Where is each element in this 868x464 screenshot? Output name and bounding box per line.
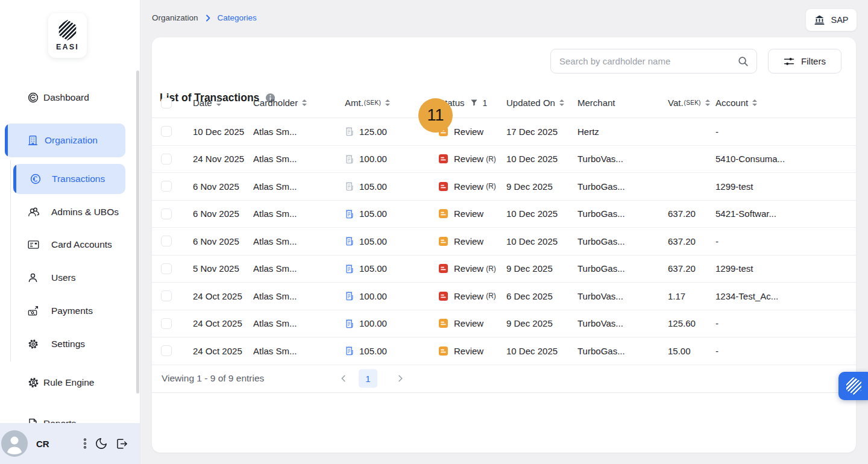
table-row[interactable]: 24 Oct 2025 Atlas Sm... 100.00 Review (R…	[152, 283, 856, 310]
cell-amount: 105.00	[345, 236, 439, 246]
sidebar-item-users[interactable]: Users	[0, 269, 140, 287]
breadcrumb-section[interactable]: Organization	[152, 13, 198, 22]
sidebar-scrollbar[interactable]	[136, 71, 139, 393]
sort-icon[interactable]	[216, 99, 221, 106]
cell-vat: 637.20	[668, 263, 715, 274]
cell-account: -	[715, 127, 856, 137]
sidebar-item-dashboard[interactable]: Dashboard	[0, 89, 140, 107]
table-row[interactable]: 6 Nov 2025 Atlas Sm... 105.00 Review 10 …	[152, 228, 856, 256]
column-header-cardholder[interactable]: Cardholder	[253, 98, 345, 108]
row-checkbox[interactable]	[161, 318, 172, 329]
sidebar-item-payments[interactable]: Payments	[0, 302, 140, 320]
rule-engine-gear-person-icon	[28, 377, 39, 389]
sort-icon[interactable]	[559, 99, 564, 106]
column-header-account[interactable]: Account	[715, 98, 856, 108]
sort-icon[interactable]	[752, 99, 757, 106]
cell-account: 1299-test	[715, 181, 856, 192]
pagination-prev-icon[interactable]	[339, 374, 348, 383]
filter-funnel-icon[interactable]	[470, 99, 478, 107]
search-box	[550, 49, 757, 74]
column-header-date[interactable]: Date	[193, 98, 253, 108]
cell-account: 5421-Softwar...	[715, 208, 856, 219]
floating-widget-button[interactable]	[838, 372, 868, 400]
cell-date: 10 Dec 2025	[193, 127, 253, 137]
sidebar-item-settings[interactable]: Settings	[0, 335, 140, 353]
table-row[interactable]: 5 Nov 2025 Atlas Sm... 105.00 Review (R)…	[152, 256, 856, 283]
column-header-vat[interactable]: Vat.(SEK)	[668, 98, 715, 108]
row-checkbox[interactable]	[161, 154, 172, 165]
row-checkbox[interactable]	[161, 236, 172, 246]
pagination-next-icon[interactable]	[395, 374, 405, 383]
row-checkbox[interactable]	[161, 263, 172, 274]
sidebar-item-transactions[interactable]: Transactions	[13, 164, 125, 194]
row-checkbox[interactable]	[161, 345, 172, 356]
sort-icon[interactable]	[302, 99, 307, 106]
table-row[interactable]: 10 Dec 2025 Atlas Sm... 125.00 Review 17…	[152, 118, 856, 146]
dashboard-icon	[28, 92, 39, 103]
select-all-checkbox[interactable]	[161, 98, 172, 108]
sidebar: EASI Dashboard Organization Transactions…	[0, 0, 140, 464]
receipt-icon	[345, 291, 354, 301]
cell-cardholder: Atlas Sm...	[253, 181, 345, 192]
sidebar-item-card-accounts[interactable]: Card Accounts	[0, 236, 140, 254]
building-icon	[28, 135, 38, 146]
search-input[interactable]	[551, 56, 737, 66]
receipt-icon	[345, 236, 354, 246]
sidebar-item-label: Rule Engine	[43, 377, 94, 388]
gear-icon	[28, 339, 39, 350]
breadcrumb-page[interactable]: Categories	[218, 13, 257, 22]
sidebar-item-organization[interactable]: Organization	[5, 124, 125, 157]
cell-amount: 105.00	[345, 346, 439, 356]
cell-merchant: Hertz	[577, 127, 668, 137]
sort-icon[interactable]	[705, 99, 710, 106]
cell-date: 24 Nov 2025	[193, 154, 253, 164]
table-row[interactable]: 6 Nov 2025 Atlas Sm... 105.00 Review 10 …	[152, 201, 856, 228]
table-row[interactable]: 24 Oct 2025 Atlas Sm... 100.00 Review 9 …	[152, 310, 856, 338]
receipt-icon	[345, 154, 354, 164]
kebab-menu-icon[interactable]	[83, 438, 87, 449]
cell-amount: 100.00	[345, 154, 439, 164]
receipt-icon	[345, 346, 354, 356]
cell-date: 6 Nov 2025	[193, 236, 253, 246]
row-checkbox[interactable]	[161, 290, 172, 301]
cell-vat: 637.20	[668, 236, 715, 246]
status-doc-icon	[439, 292, 448, 301]
cell-merchant: TurboGas...	[577, 181, 668, 192]
id-card-icon	[28, 240, 39, 249]
filters-button[interactable]: Filters	[768, 49, 841, 74]
cell-cardholder: Atlas Sm...	[253, 208, 345, 219]
table-row[interactable]: 24 Nov 2025 Atlas Sm... 100.00 Review (R…	[152, 146, 856, 174]
sap-button[interactable]: SAP	[805, 8, 857, 31]
row-checkbox[interactable]	[161, 126, 172, 137]
sap-button-label: SAP	[831, 15, 848, 25]
row-checkbox[interactable]	[161, 181, 172, 192]
cell-updated-on: 9 Dec 2025	[506, 181, 577, 192]
cell-date: 24 Oct 2025	[193, 291, 253, 301]
sort-icon[interactable]	[385, 99, 390, 106]
breadcrumb: Organization Categories	[152, 13, 257, 22]
table-row[interactable]: 6 Nov 2025 Atlas Sm... 105.00 Review (R)…	[152, 173, 856, 201]
cell-date: 24 Oct 2025	[193, 318, 253, 328]
app-logo: EASI	[48, 13, 87, 58]
sidebar-item-label: Admins & UBOs	[51, 207, 119, 218]
table-row[interactable]: 24 Oct 2025 Atlas Sm... 105.00 Review 10…	[152, 337, 856, 365]
logout-icon[interactable]	[116, 438, 128, 450]
receipt-icon	[345, 319, 354, 328]
avatar[interactable]	[1, 430, 28, 459]
search-icon[interactable]	[737, 55, 749, 67]
cell-status: Review	[439, 208, 506, 219]
receipt-icon	[345, 209, 354, 219]
pagination-page-1[interactable]: 1	[359, 369, 377, 388]
sidebar-item-admins-ubos[interactable]: Admins & UBOs	[0, 203, 140, 221]
cell-vat: 125.60	[668, 318, 715, 328]
cell-account: -	[715, 318, 856, 328]
cell-account: 1299-test	[715, 263, 856, 274]
sidebar-item-rule-engine[interactable]: Rule Engine	[0, 374, 140, 392]
cell-merchant: TurboGas...	[577, 208, 668, 219]
dark-mode-moon-icon[interactable]	[95, 437, 108, 450]
column-header-updated-on[interactable]: Updated On	[506, 98, 577, 108]
cell-vat: 1.17	[668, 291, 715, 301]
cell-updated-on: 10 Dec 2025	[506, 154, 577, 164]
cell-merchant: TurboVas...	[577, 154, 668, 164]
row-checkbox[interactable]	[161, 208, 172, 219]
